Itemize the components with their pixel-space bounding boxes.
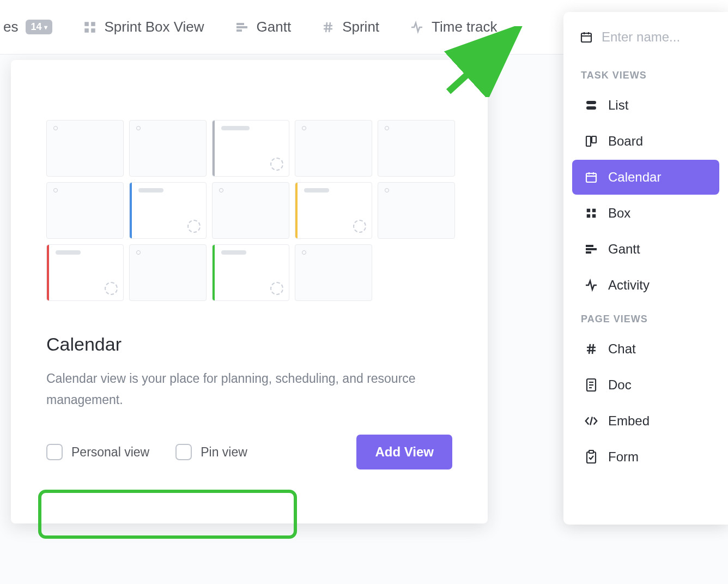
svg-rect-31 — [586, 251, 591, 254]
view-option-label: Board — [608, 134, 643, 149]
svg-rect-26 — [592, 209, 596, 212]
svg-rect-29 — [586, 245, 593, 247]
view-name-row — [569, 24, 723, 60]
tab-time-tracking[interactable]: Time track — [395, 0, 512, 54]
tab-label: Time track — [432, 19, 497, 35]
checkbox-label: Personal view — [71, 445, 149, 460]
checkbox-box — [175, 444, 192, 460]
svg-rect-17 — [586, 101, 596, 104]
svg-rect-28 — [592, 214, 596, 218]
preview-cell — [46, 182, 124, 239]
svg-rect-4 — [236, 23, 244, 25]
svg-rect-3 — [91, 28, 95, 33]
svg-rect-30 — [586, 248, 597, 250]
hash-icon — [321, 21, 335, 34]
box-grid-icon — [83, 20, 97, 34]
view-option-board[interactable]: Board — [572, 124, 719, 159]
view-options-row: Personal view Pin view Add View — [46, 435, 452, 469]
checkbox-label: Pin view — [201, 445, 247, 460]
board-icon — [584, 135, 598, 148]
doc-icon — [584, 378, 598, 392]
svg-rect-20 — [592, 136, 596, 143]
embed-code-icon — [584, 416, 598, 426]
checkbox-box — [46, 444, 63, 460]
view-option-label: Gantt — [608, 242, 640, 257]
task-views-heading: TASK VIEWS — [569, 60, 723, 87]
view-option-label: Chat — [608, 341, 636, 357]
view-option-chat[interactable]: Chat — [572, 332, 719, 366]
tab-sprint[interactable]: Sprint — [306, 0, 395, 54]
preview-cell — [212, 120, 289, 177]
gantt-icon — [584, 244, 598, 255]
add-view-button[interactable]: Add View — [356, 435, 452, 469]
preview-cell — [212, 182, 289, 239]
hash-icon — [584, 342, 598, 356]
view-option-doc[interactable]: Doc — [572, 368, 719, 402]
view-option-label: Calendar — [608, 170, 661, 185]
preview-cell — [129, 244, 207, 301]
pin-view-checkbox[interactable]: Pin view — [175, 444, 247, 460]
preview-cell — [46, 120, 124, 177]
badge-count: 14 — [31, 21, 41, 33]
view-option-label: List — [608, 98, 628, 113]
svg-rect-19 — [586, 136, 591, 146]
preview-cell — [295, 120, 372, 177]
preview-cell — [129, 120, 207, 177]
svg-rect-1 — [91, 22, 95, 26]
personal-view-checkbox[interactable]: Personal view — [46, 444, 149, 460]
view-option-label: Activity — [608, 278, 650, 293]
calendar-preview-grid — [46, 120, 452, 301]
preview-cell — [129, 182, 207, 239]
tab-label: Gantt — [257, 19, 292, 35]
chevron-down-icon: ▾ — [44, 23, 47, 31]
activity-pulse-icon — [584, 279, 598, 292]
svg-line-34 — [589, 344, 590, 354]
tab-gantt[interactable]: Gantt — [220, 0, 307, 54]
svg-rect-0 — [84, 22, 89, 26]
page-views-heading: PAGE VIEWS — [569, 304, 723, 330]
svg-rect-42 — [589, 450, 593, 453]
view-option-label: Embed — [608, 413, 650, 429]
tab-partial[interactable]: es 14 ▾ — [0, 0, 68, 54]
svg-rect-27 — [587, 214, 590, 218]
form-clipboard-icon — [584, 450, 598, 464]
gantt-icon — [235, 22, 249, 33]
svg-rect-2 — [84, 28, 89, 33]
view-option-gantt[interactable]: Gantt — [572, 232, 719, 267]
svg-line-10 — [329, 22, 330, 32]
view-name-input[interactable] — [602, 29, 694, 45]
view-option-embed[interactable]: Embed — [572, 404, 719, 438]
add-view-dropdown: TASK VIEWS List Board Calendar Box Gantt — [563, 12, 728, 525]
svg-rect-21 — [586, 173, 596, 182]
view-option-list[interactable]: List — [572, 88, 719, 123]
calendar-icon — [584, 171, 598, 184]
svg-rect-13 — [581, 33, 591, 42]
tab-label: Sprint Box View — [105, 19, 204, 35]
preview-cell — [212, 244, 289, 301]
view-option-label: Box — [608, 206, 630, 221]
view-option-activity[interactable]: Activity — [572, 268, 719, 303]
view-option-calendar[interactable]: Calendar — [572, 160, 719, 195]
svg-line-35 — [592, 344, 593, 354]
preview-cell — [295, 182, 372, 239]
view-description: Calendar view is your place for planning… — [46, 368, 428, 411]
box-grid-icon — [584, 207, 598, 219]
svg-line-40 — [590, 417, 592, 425]
svg-rect-18 — [586, 106, 596, 110]
svg-rect-6 — [236, 29, 242, 32]
tab-label: Sprint — [342, 19, 379, 35]
view-option-label: Doc — [608, 377, 632, 393]
calendar-icon — [580, 31, 593, 44]
tab-partial-suffix: es — [3, 19, 18, 35]
tab-count-badge[interactable]: 14 ▾ — [26, 20, 52, 34]
view-heading: Calendar — [46, 334, 452, 355]
tab-sprint-box-view[interactable]: Sprint Box View — [68, 0, 220, 54]
preview-cell — [46, 244, 124, 301]
view-option-form[interactable]: Form — [572, 439, 719, 474]
preview-cell — [295, 244, 372, 301]
activity-pulse-icon — [410, 21, 424, 34]
svg-line-9 — [326, 22, 327, 32]
view-option-label: Form — [608, 449, 639, 465]
svg-rect-5 — [236, 26, 247, 28]
view-option-box[interactable]: Box — [572, 196, 719, 231]
